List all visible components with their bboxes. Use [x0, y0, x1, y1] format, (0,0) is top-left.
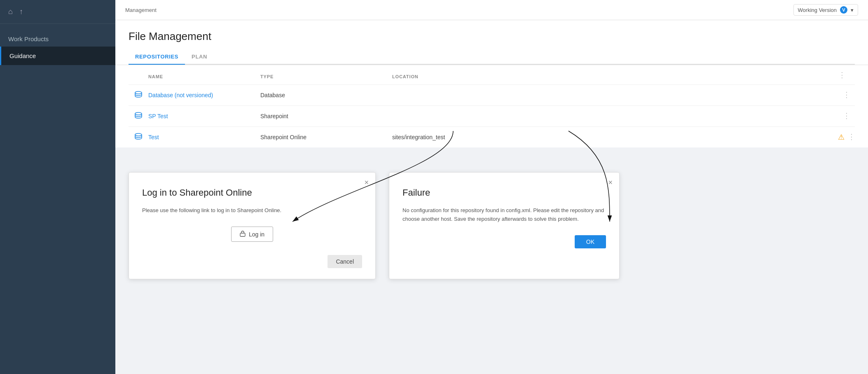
lock-icon — [240, 230, 246, 238]
sidebar: ⌂ ↑ Work Products Guidance — [0, 0, 115, 374]
db-icon-row2 — [129, 112, 148, 121]
breadcrumb: Management — [125, 7, 157, 13]
row3-more-icon[interactable]: ··· — [848, 133, 855, 141]
ok-button[interactable]: OK — [575, 235, 606, 248]
row2-name: SP Test — [148, 112, 260, 120]
page-header: File Management REPOSITORIES PLAN — [115, 20, 868, 65]
row2-actions: ··· — [838, 112, 855, 120]
row3-actions: ⚠ ··· — [838, 133, 855, 142]
svg-point-0 — [135, 91, 142, 94]
row2-more-icon[interactable]: ··· — [843, 112, 850, 120]
row1-name-link[interactable]: Database (not versioned) — [148, 92, 213, 98]
failure-dialog-close[interactable]: × — [608, 178, 613, 187]
up-arrow-icon[interactable]: ↑ — [19, 7, 23, 16]
main-area: Management Working Version V ▾ File Mana… — [115, 0, 868, 374]
failure-dialog-title: Failure — [402, 187, 606, 198]
login-dialog-body: Please use the following link to log in … — [142, 206, 362, 215]
tab-repositories[interactable]: REPOSITORIES — [129, 49, 185, 65]
table-row: Database (not versioned) Database ··· — [129, 84, 855, 105]
svg-rect-5 — [240, 233, 245, 236]
page-title: File Management — [129, 30, 855, 43]
sidebar-item-guidance[interactable]: Guidance — [0, 47, 115, 65]
repositories-table: NAME TYPE LOCATION ··· — [115, 65, 868, 147]
cancel-button[interactable]: Cancel — [328, 255, 362, 268]
row1-more-icon[interactable]: ··· — [843, 91, 850, 99]
login-dialog-close[interactable]: × — [364, 178, 369, 187]
login-button[interactable]: Log in — [231, 227, 273, 242]
topbar: Management Working Version V ▾ — [115, 0, 868, 20]
tabs: REPOSITORIES PLAN — [129, 49, 855, 65]
db-icon-row3 — [129, 133, 148, 142]
dialogs-area: × Log in to Sharepoint Online Please use… — [115, 147, 868, 292]
login-dialog-title: Log in to Sharepoint Online — [142, 187, 362, 198]
table-row: Test Sharepoint Online sites/integration… — [129, 126, 855, 147]
svg-point-2 — [135, 133, 142, 136]
row2-name-link[interactable]: SP Test — [148, 113, 168, 119]
warning-icon: ⚠ — [838, 133, 845, 142]
chevron-down-icon: ▾ — [851, 7, 854, 13]
row1-type: Database — [260, 92, 392, 98]
row3-name-link[interactable]: Test — [148, 134, 159, 140]
row3-type: Sharepoint Online — [260, 134, 392, 140]
row3-location: sites/integration_test — [392, 134, 838, 140]
tab-plan[interactable]: PLAN — [185, 49, 214, 64]
version-badge: V — [840, 6, 847, 14]
row1-name: Database (not versioned) — [148, 91, 260, 99]
table-more-icon[interactable]: ··· — [838, 72, 846, 79]
row2-type: Sharepoint — [260, 113, 392, 119]
work-products-label: Work Products — [0, 24, 115, 47]
login-dialog: × Log in to Sharepoint Online Please use… — [129, 172, 376, 279]
home-icon[interactable]: ⌂ — [8, 7, 13, 16]
sidebar-top-nav: ⌂ ↑ — [0, 0, 115, 24]
col-type-header: TYPE — [260, 74, 392, 79]
row1-actions: ··· — [838, 91, 855, 99]
failure-dialog-body: No configuration for this repository fou… — [402, 206, 606, 224]
login-dialog-footer: Cancel — [142, 255, 362, 268]
svg-point-1 — [135, 112, 142, 115]
col-name-header: NAME — [129, 74, 260, 79]
table-header: NAME TYPE LOCATION ··· — [129, 65, 855, 84]
row3-name: Test — [148, 133, 260, 141]
content-area: File Management REPOSITORIES PLAN NAME T… — [115, 20, 868, 374]
version-label: Working Version — [798, 7, 837, 13]
dialogs-section: × Log in to Sharepoint Online Please use… — [115, 147, 868, 292]
db-icon-row1 — [129, 91, 148, 100]
table-row: SP Test Sharepoint ··· — [129, 105, 855, 126]
version-selector[interactable]: Working Version V ▾ — [793, 4, 858, 16]
col-location-header: LOCATION — [392, 74, 838, 79]
failure-dialog: × Failure No configuration for this repo… — [389, 172, 620, 279]
